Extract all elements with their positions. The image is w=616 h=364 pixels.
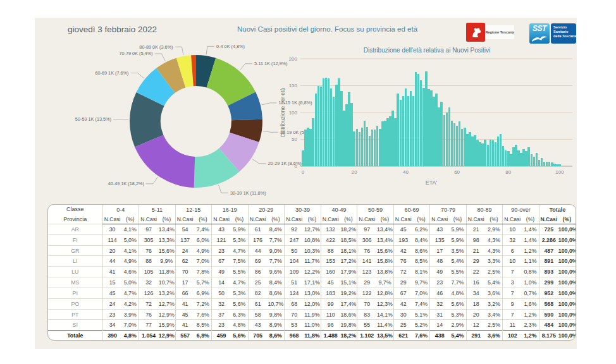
histogram-bar[interactable] (466, 134, 469, 166)
histogram-bar[interactable] (556, 164, 558, 166)
histogram-bar[interactable] (369, 136, 371, 166)
histogram-bar[interactable] (397, 94, 399, 166)
histogram-bar[interactable] (384, 121, 386, 166)
histogram-bar[interactable] (456, 126, 459, 166)
histogram-bar[interactable] (459, 121, 461, 166)
histogram-bar[interactable] (479, 142, 481, 166)
histogram-bar[interactable] (320, 87, 323, 166)
histogram-bar[interactable] (558, 164, 561, 166)
histogram-bar[interactable] (309, 129, 312, 167)
histogram-bar[interactable] (315, 94, 317, 166)
histogram-bar[interactable] (464, 128, 466, 166)
histogram-bar[interactable] (317, 86, 320, 167)
histogram-bar[interactable] (353, 131, 355, 166)
histogram-bar[interactable] (541, 158, 543, 166)
histogram-bar[interactable] (366, 127, 369, 166)
histogram-bar[interactable] (340, 91, 343, 166)
histogram-bar[interactable] (386, 118, 389, 167)
histogram-bar[interactable] (359, 132, 361, 166)
histogram-bar[interactable] (469, 132, 471, 166)
histogram-bar[interactable] (325, 78, 328, 166)
histogram-bar[interactable] (543, 162, 546, 166)
histogram-bar[interactable] (484, 140, 486, 167)
histogram-bar[interactable] (364, 121, 366, 166)
histogram-bar[interactable] (379, 129, 381, 167)
histogram-bar[interactable] (515, 145, 517, 166)
histogram-bar[interactable] (417, 74, 420, 166)
histogram-bar[interactable] (312, 118, 314, 167)
histogram-bar[interactable] (420, 80, 422, 166)
histogram-bar[interactable] (453, 123, 456, 166)
histogram-bar[interactable] (497, 136, 500, 166)
histogram-bar[interactable] (510, 154, 512, 166)
histogram-bar[interactable] (531, 154, 533, 166)
histogram-bar[interactable] (448, 107, 451, 167)
histogram-bar[interactable] (435, 94, 438, 166)
histogram-bar[interactable] (415, 72, 417, 166)
histogram-bar[interactable] (407, 96, 410, 166)
histogram-bar[interactable] (304, 130, 307, 166)
histogram-bar[interactable] (500, 134, 502, 166)
histogram-bar[interactable] (433, 97, 435, 167)
histogram-bar[interactable] (330, 88, 333, 166)
histogram-bar[interactable] (548, 162, 551, 166)
histogram-bar[interactable] (438, 107, 440, 167)
histogram-bar[interactable] (507, 151, 510, 166)
histogram-bar[interactable] (356, 129, 359, 167)
histogram-bar[interactable] (505, 150, 507, 167)
histogram-bar[interactable] (546, 162, 548, 166)
histogram-bar[interactable] (502, 146, 505, 166)
histogram-bar[interactable] (553, 164, 556, 166)
histogram-bar[interactable] (551, 162, 553, 166)
histogram-bar[interactable] (525, 151, 527, 166)
histogram-bar[interactable] (400, 100, 402, 166)
histogram-bar[interactable] (536, 153, 538, 166)
histogram-bar[interactable] (394, 118, 397, 167)
histogram-bar[interactable] (412, 96, 415, 166)
histogram-bar[interactable] (476, 140, 479, 166)
histogram-bar[interactable] (428, 89, 430, 166)
histogram-bar[interactable] (381, 121, 384, 166)
histogram-bar[interactable] (391, 111, 394, 166)
histogram-bar[interactable] (302, 150, 304, 167)
histogram-bar[interactable] (361, 128, 364, 166)
histogram-bar[interactable] (471, 136, 474, 166)
histogram-bar[interactable] (335, 85, 338, 166)
histogram-bar[interactable] (492, 140, 495, 166)
histogram-bar[interactable] (487, 145, 490, 166)
histogram-bar[interactable] (522, 149, 525, 166)
histogram-bar[interactable] (323, 78, 325, 166)
histogram-bar[interactable] (343, 111, 345, 166)
histogram-bar[interactable] (307, 128, 309, 166)
histogram-bar[interactable] (376, 126, 379, 166)
histogram-bar[interactable] (520, 153, 522, 166)
histogram-bar[interactable] (410, 91, 412, 166)
histogram-bar[interactable] (443, 115, 446, 166)
histogram-bar[interactable] (345, 104, 348, 166)
histogram-bar[interactable] (430, 90, 433, 166)
histogram-bar[interactable] (402, 96, 405, 166)
histogram-bar[interactable] (371, 130, 374, 166)
histogram-bar[interactable] (474, 135, 476, 166)
histogram-bar[interactable] (451, 121, 453, 166)
histogram-bar[interactable] (422, 88, 425, 166)
histogram-bar[interactable] (350, 103, 353, 166)
histogram-bar[interactable] (374, 130, 376, 166)
histogram-bar[interactable] (533, 157, 536, 166)
histogram-bar[interactable] (389, 116, 391, 166)
histogram-bar[interactable] (425, 71, 428, 166)
histogram-bar[interactable] (446, 112, 448, 166)
histogram-bar[interactable] (527, 147, 530, 166)
histogram-bar[interactable] (328, 78, 330, 166)
histogram-bar[interactable] (517, 150, 520, 167)
histogram-bar[interactable] (490, 140, 492, 167)
histogram-bar[interactable] (461, 129, 464, 167)
histogram-bar[interactable] (333, 97, 335, 167)
histogram-bar[interactable] (348, 92, 350, 166)
histogram-bar[interactable] (405, 88, 407, 166)
histogram-bar[interactable] (495, 142, 497, 166)
histogram-bar[interactable] (481, 143, 484, 166)
histogram-bar[interactable] (338, 78, 340, 166)
histogram-bar[interactable] (440, 102, 443, 166)
histogram-bar[interactable] (538, 160, 541, 166)
